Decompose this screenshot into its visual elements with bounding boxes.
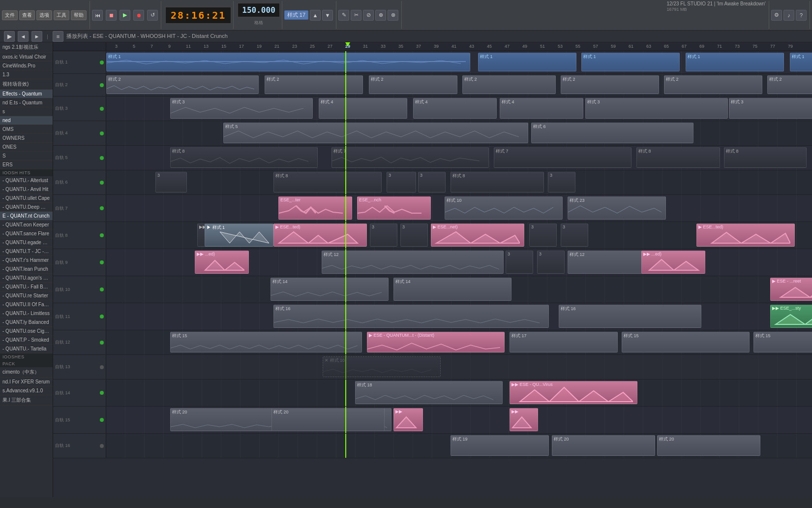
track-led-1[interactable]	[100, 61, 104, 64]
record-button[interactable]: ⏺	[133, 10, 144, 21]
sidebar-item-31[interactable]: - QUANT.ly Balanced	[0, 318, 53, 327]
pattern-block-6-3[interactable]: 3	[387, 172, 416, 192]
tool-erase[interactable]: ⊘	[363, 10, 374, 21]
sidebar-item-9[interactable]: OMS	[0, 125, 53, 134]
pattern-block-8-2[interactable]: ▶ ESE...ted)	[273, 223, 367, 247]
sidebar-item-27[interactable]: - QUANTU.- Fall Back	[0, 283, 53, 291]
sidebar-item-11[interactable]: ONES	[0, 143, 53, 152]
pattern-block-11-3[interactable]: ▶▶ ESE_...sty	[770, 305, 812, 328]
track-content-13[interactable]: ✕ 样式 10	[106, 355, 812, 379]
track-led-6[interactable]	[100, 181, 104, 185]
sidebar-item-3[interactable]: 1.3	[0, 70, 53, 79]
tool-zoom[interactable]: ⊕	[375, 10, 386, 21]
pattern-block-13-1[interactable]: ✕ 样式 10	[323, 356, 441, 377]
play-button[interactable]: ▶	[120, 10, 130, 21]
sidebar-item-26[interactable]: - QUANTU.agon's Den	[0, 274, 53, 283]
nav-fwd-button[interactable]: ►	[31, 31, 42, 42]
pattern-block-12-1[interactable]: 样式 15	[170, 332, 362, 352]
track-led-7[interactable]	[100, 206, 104, 210]
pattern-block-3-2[interactable]: 样式 4	[319, 98, 407, 119]
pattern-block-16-2[interactable]: 样式 20	[552, 435, 655, 456]
sidebar-item-4[interactable]: 视转场音效)	[0, 79, 53, 90]
pattern-block-10-1[interactable]: 样式 14	[271, 278, 389, 301]
pattern-block-7-2[interactable]: ESE_...nch	[357, 196, 431, 220]
nav-back-button[interactable]: ◄	[18, 31, 29, 42]
sidebar-item-25[interactable]: - QUANT.lean Punch	[0, 265, 53, 274]
track-led-4[interactable]	[100, 131, 104, 135]
pattern-block-8-7[interactable]: 3	[561, 223, 588, 247]
pattern-block-16-1[interactable]: 样式 19	[451, 435, 549, 456]
pattern-block-1-4[interactable]: 样式 1	[686, 53, 784, 71]
sidebar-item-17[interactable]: - QUANTU.ullet Cape	[0, 194, 53, 203]
menu-file[interactable]: 文件	[2, 10, 18, 20]
pattern-block-2-2[interactable]: 样式 2	[265, 75, 363, 94]
pattern-block-6-6[interactable]: 3	[548, 172, 575, 192]
pattern-block-8-3[interactable]: 3	[370, 223, 397, 247]
track-led-14[interactable]	[100, 391, 104, 395]
pattern-block-8-4[interactable]: 3	[400, 223, 428, 247]
pattern-block-12-2[interactable]: ▶ ESE - QUANTUM...t - (Distant)	[367, 332, 505, 352]
track-content-7[interactable]: ESE_...ter ESE_...nch 样式 10 样式 23	[106, 195, 812, 222]
menu-options[interactable]: 选项	[36, 10, 52, 20]
sidebar-item-7[interactable]: s	[0, 107, 53, 116]
tool-select[interactable]: ✎	[338, 10, 349, 21]
pattern-block-12-5[interactable]: 样式 15	[753, 332, 812, 352]
pattern-block-8-5[interactable]: ▶ ESE...net)	[431, 223, 524, 247]
pattern-block-9-4[interactable]: 3	[537, 251, 565, 274]
midi-button[interactable]: ♪	[783, 10, 794, 21]
sidebar-item-32[interactable]: - QUANTU.ose Cigars	[0, 327, 53, 336]
sidebar-item-10[interactable]: OWNERS	[0, 134, 53, 143]
pattern-block-9-2[interactable]: 样式 12	[322, 251, 504, 274]
sidebar-item-22[interactable]: - QUANTU.egade Cop	[0, 238, 53, 247]
sidebar-item-15[interactable]: - QUANTU.- Alterlust	[0, 176, 53, 185]
track-content-15[interactable]: 样式 20 样式 20 ▶▶ ▶▶	[106, 407, 812, 433]
pattern-block-8-8[interactable]: ▶ ESE...ted)	[696, 223, 795, 247]
sidebar-item-24[interactable]: - QUANT.r's Hammer	[0, 256, 53, 265]
track-content-5[interactable]: 样式 8 样式 7 样式 7 样式 8 样式 8	[106, 146, 812, 170]
sidebar-item-33[interactable]: - QUANT.P - Smoked	[0, 336, 53, 345]
track-content-10[interactable]: 样式 14 样式 14 ▶ ESE - ...reet	[106, 276, 812, 303]
pattern-block-6-5[interactable]: 样式 8	[451, 172, 544, 192]
pattern-block-5-1[interactable]: 样式 8	[170, 147, 318, 168]
track-content-11[interactable]: 样式 16 样式 16 ▶▶ ESE_...sty	[106, 303, 812, 330]
sidebar-item-12[interactable]: S	[0, 152, 53, 160]
menu-view[interactable]: 查看	[19, 10, 35, 20]
loop-button[interactable]: ↺	[147, 10, 158, 21]
pattern-block-6-4[interactable]: 3	[418, 172, 446, 192]
track-content-14[interactable]: 样式 18 ▶▶ ESE - QU...Virus	[106, 380, 812, 406]
pattern-block-10-2[interactable]: 样式 14	[393, 278, 511, 301]
track-led-5[interactable]	[100, 156, 104, 160]
sidebar-item-21[interactable]: - QUANT.sance Flare	[0, 229, 53, 238]
pattern-block-15-4[interactable]: ▶▶	[510, 408, 538, 431]
sidebar-item-1[interactable]: oxos.ic Virtual Choir	[0, 53, 53, 62]
pattern-block-5-4[interactable]: 样式 8	[636, 147, 720, 168]
pattern-block-4-1[interactable]: 样式 5	[223, 123, 528, 143]
pattern-block-1-2[interactable]: 样式 1	[478, 53, 576, 71]
sidebar-item-distant-crunch[interactable]: E - QUANT.nt Crunch	[0, 212, 53, 221]
pattern-block-11-2[interactable]: 样式 16	[559, 305, 701, 328]
track-led-13[interactable]	[100, 365, 104, 369]
pattern-dn-button[interactable]: ▼	[322, 10, 333, 21]
pattern-block-3-5[interactable]: 样式 3	[585, 98, 728, 119]
pattern-block-2-6[interactable]: 样式 2	[664, 75, 762, 94]
track-content-3[interactable]: 样式 3 样式 4 样式 4 样式 4 样式 3	[106, 96, 812, 121]
pattern-block-14-2[interactable]: ▶▶ ESE - QU...Virus	[510, 381, 637, 404]
track-led-16[interactable]	[100, 444, 104, 448]
sidebar-item-13[interactable]: ERS	[0, 160, 53, 169]
sidebar-item-38[interactable]: nd.I For XFER Serum	[0, 378, 53, 386]
track-led-9[interactable]	[100, 260, 104, 264]
pattern-block-7-1[interactable]: ESE_...ter	[278, 196, 352, 220]
track-led-8[interactable]	[100, 233, 104, 237]
pattern-block-3-3[interactable]: 样式 4	[413, 98, 497, 119]
sidebar-item-effects-quantum[interactable]: Effects - Quantum	[0, 90, 53, 98]
sidebar-item-16[interactable]: - QUANTU.- Anvil Hit	[0, 185, 53, 194]
pattern-block-7-4[interactable]: 样式 23	[568, 196, 666, 220]
sidebar-item-28[interactable]: - QUANTU.re Starter	[0, 291, 53, 300]
track-content-16[interactable]: 样式 19 样式 20 样式 20	[106, 434, 812, 458]
pattern-block-1-1[interactable]: 样式 1	[106, 53, 470, 71]
sidebar-item-0[interactable]: ngs 2.1影视弦乐	[0, 42, 53, 53]
sidebar-item-40[interactable]: 果.I 三部合集	[0, 395, 53, 406]
track-led-3[interactable]	[100, 107, 104, 111]
pattern-block-11-1[interactable]: 样式 16	[273, 305, 549, 328]
sidebar-item-37[interactable]: cimento（中东）	[0, 367, 53, 378]
